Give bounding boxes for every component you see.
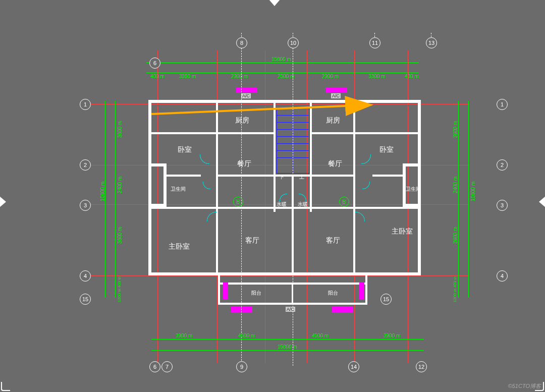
- grid-v-7-b: 7: [161, 361, 173, 372]
- marker-top: [268, 0, 281, 6]
- wall-left-step2: [164, 163, 167, 207]
- ac-bl2: [231, 307, 252, 313]
- grid-h-2-r: 2: [497, 159, 508, 171]
- grid-h-4-l: 4: [80, 270, 91, 282]
- ext-red-4: [81, 275, 469, 276]
- ac-tl: [236, 88, 257, 93]
- dim-top-total-txt: 15800 m: [271, 57, 291, 62]
- watermark: ©51CTO博客: [508, 382, 541, 390]
- ac-br2: [332, 307, 353, 313]
- ac-br: [359, 283, 364, 300]
- room-master-l: 主卧室: [169, 242, 190, 251]
- ph-kit: [218, 132, 275, 134]
- room-bed-l: 卧室: [178, 145, 192, 154]
- dim-top-total: [146, 63, 419, 63]
- room-balcony-r: 阳台: [328, 290, 338, 297]
- grid-h-2-l: 2: [80, 159, 91, 171]
- door-wc-cl: [280, 194, 287, 201]
- room-wc-l: 水暖: [277, 201, 287, 208]
- room-kitchen-l: 厨房: [235, 116, 249, 125]
- room-living-r: 客厅: [326, 236, 340, 245]
- mark-B-r: B: [339, 197, 349, 207]
- grid-h-3-r: 3: [497, 200, 508, 211]
- grid-v-14-b: 14: [348, 361, 359, 372]
- wall-top: [148, 100, 421, 103]
- grid-v-11-t: 11: [369, 37, 380, 48]
- grid-h-3-l: 3: [80, 200, 91, 211]
- room-living-l: 客厅: [245, 236, 259, 245]
- grid-v-9-b: 9: [236, 361, 247, 372]
- grid-v-6-t: 6: [149, 58, 160, 69]
- room-bath-l: 卫生间: [171, 186, 186, 193]
- ph-kit-r: [312, 132, 354, 134]
- dim-top-row: [146, 73, 419, 73]
- door-1: [200, 154, 209, 164]
- dim-right2: [468, 101, 469, 298]
- door-wc-cr: [299, 194, 306, 201]
- ph-mid: [218, 175, 354, 177]
- door-4: [355, 212, 365, 221]
- wall-left: [148, 100, 151, 275]
- wall-top-in: [148, 105, 421, 106]
- room-dining-r: 餐厅: [328, 159, 342, 169]
- dim-right: [458, 101, 459, 298]
- grid-h-15-r2: 15: [380, 294, 392, 305]
- ph-1: [151, 132, 217, 134]
- dim-bot2: [151, 350, 424, 351]
- room-bath-r: 卫生间: [406, 186, 421, 193]
- marker-left: [0, 196, 6, 208]
- room-balcony-l: 阳台: [251, 290, 261, 297]
- pv-2: [274, 101, 276, 212]
- stair-up: 上: [299, 174, 304, 181]
- balcony-l: [218, 275, 220, 305]
- grid-v-8-t: 8: [236, 37, 247, 48]
- pv-1: [216, 101, 218, 274]
- stair-down: 下: [279, 174, 284, 181]
- door-bath-r: [362, 182, 370, 189]
- wall-right-step2: [403, 163, 406, 207]
- room-dining-l: 餐厅: [237, 159, 251, 169]
- wall-bot: [148, 272, 421, 275]
- ph-bath-r: [372, 175, 404, 177]
- floor-plan-canvas: 15800 m 400 m 3300 m 2900 m 2500 m 2900 …: [0, 0, 545, 392]
- grid-v-12-b: 12: [416, 361, 427, 372]
- grid-v-10-t: 10: [288, 37, 299, 48]
- grid-10: [293, 33, 293, 366]
- ac-b-txt: A/C: [286, 307, 295, 312]
- room-kitchen-r: 厨房: [326, 116, 340, 125]
- grid-h-4-r: 4: [497, 270, 508, 282]
- marker-bl: [1, 382, 10, 391]
- ac-l-txt: A/C: [241, 93, 251, 98]
- pv-3: [310, 101, 312, 212]
- ph-bath2: [151, 207, 217, 209]
- room-wc-r: 水暖: [298, 201, 308, 208]
- grid-h-1-l: 1: [80, 99, 91, 110]
- door-3: [207, 212, 216, 221]
- stair-box: [277, 108, 310, 174]
- ac-bl: [223, 283, 228, 300]
- room-bed-r: 卧室: [379, 145, 394, 154]
- ac-r-txt: A/C: [331, 93, 341, 98]
- ph-1r: [355, 132, 419, 134]
- mark-B-l: B: [233, 197, 243, 207]
- grid-v-13-t: 13: [426, 37, 437, 48]
- grid-h-15-l: 15: [80, 294, 91, 305]
- ph-bath2r: [355, 207, 420, 209]
- door-2: [361, 154, 371, 164]
- pv-4: [353, 101, 355, 274]
- balcony-r: [365, 275, 367, 305]
- ph-bath: [166, 175, 201, 177]
- room-master-r: 主卧室: [392, 227, 413, 236]
- grid-h-1-r: 1: [497, 99, 508, 110]
- dim-left: [115, 101, 116, 298]
- grid-v-6-b: 6: [149, 361, 160, 372]
- marker-right: [539, 196, 545, 208]
- ac-tr: [326, 88, 347, 93]
- dim-bot: [151, 339, 424, 340]
- door-bath-l: [203, 182, 210, 189]
- svg-line-0: [151, 105, 369, 114]
